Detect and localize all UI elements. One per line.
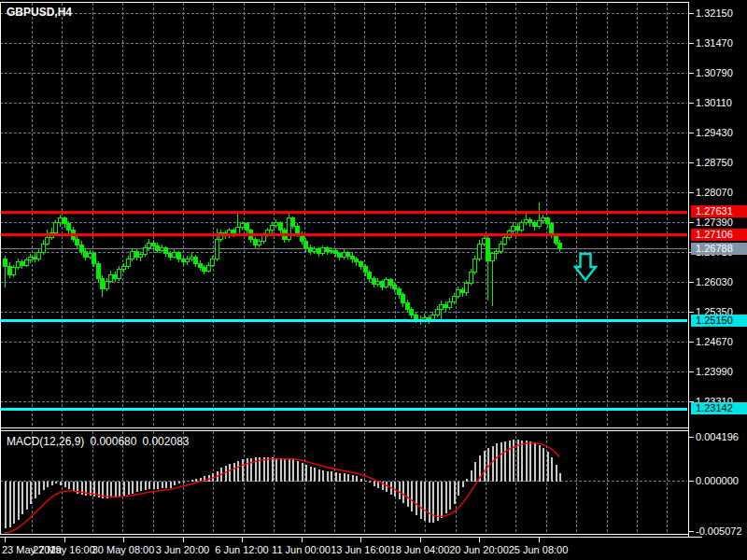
badge-bid: 1.26788 [691, 243, 747, 255]
time-tick-label: 25 Jun 08:00 [501, 544, 576, 555]
price-tick-label: 1.29430 [696, 127, 733, 138]
macd-name: MACD(12,26,9) [7, 435, 84, 448]
macd-main-value: 0.000680 [90, 435, 136, 448]
macd-histogram [6, 440, 560, 528]
chart-symbol-label: GBPUSD,H4 [7, 6, 72, 19]
chart-canvas[interactable] [0, 0, 747, 560]
badge-support-2: 1.23142 [691, 402, 747, 414]
macd-signal-value: 0.002083 [142, 435, 189, 448]
price-tick-label: 1.23990 [696, 366, 733, 377]
price-tick-label: 1.26030 [696, 276, 733, 287]
macd-axis-label: 0.000000 [696, 475, 739, 486]
macd-axis-label: 0.004196 [696, 431, 739, 442]
candlestick-series [4, 203, 562, 324]
badge-resistance-1: 1.27631 [691, 205, 747, 217]
price-tick-label: 1.32150 [696, 7, 733, 19]
down-arrow-object[interactable] [575, 254, 596, 280]
grid-layer [0, 3, 687, 533]
price-tick-label: 1.31470 [696, 37, 733, 49]
price-tick-label: 1.24670 [696, 336, 733, 347]
badge-support-1: 1.25150 [691, 315, 747, 327]
price-tick-label: 1.30790 [696, 67, 733, 78]
down-arrow-icon [575, 254, 596, 280]
price-tick-label: 1.28750 [696, 157, 733, 168]
price-tick-label: 1.27390 [696, 217, 733, 228]
badge-resistance-2: 1.27106 [691, 229, 747, 241]
chart-window: GBPUSD,H4 MACD(12,26,9)0.0006800.002083 … [0, 0, 747, 560]
price-tick-label: 1.30110 [696, 97, 732, 108]
macd-indicator-label: MACD(12,26,9)0.0006800.002083 [7, 435, 195, 448]
price-tick-label: 1.28070 [696, 187, 733, 198]
macd-signal-line [5, 443, 559, 533]
panel-frames [0, 2, 702, 538]
macd-axis-label: -0.005072 [696, 525, 742, 537]
